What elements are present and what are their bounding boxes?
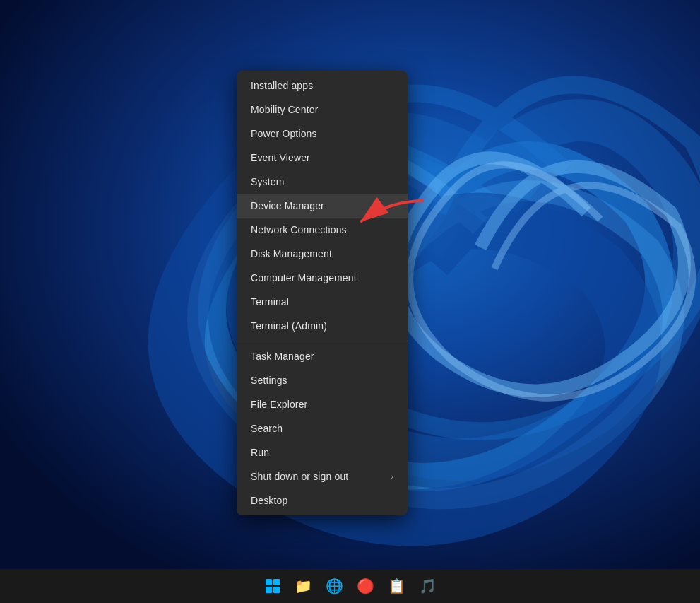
taskbar: 📁🌐🔴📋🎵: [0, 569, 700, 603]
menu-item-network-connections[interactable]: Network Connections: [237, 218, 408, 242]
menu-item-mobility-center[interactable]: Mobility Center: [237, 98, 408, 122]
menu-item-desktop[interactable]: Desktop: [237, 488, 408, 513]
menu-item-label-system: System: [251, 176, 285, 187]
menu-item-label-computer-management: Computer Management: [251, 272, 357, 283]
menu-item-label-shut-down: Shut down or sign out: [251, 471, 348, 482]
menu-item-label-disk-management: Disk Management: [251, 248, 332, 259]
chevron-right-icon: ›: [391, 473, 393, 481]
menu-item-label-settings: Settings: [251, 375, 287, 386]
folder-icon[interactable]: 📁: [291, 573, 316, 599]
menu-item-settings[interactable]: Settings: [237, 368, 408, 392]
menu-item-terminal[interactable]: Terminal: [237, 290, 408, 314]
menu-item-label-task-manager: Task Manager: [251, 351, 314, 362]
menu-item-event-viewer[interactable]: Event Viewer: [237, 146, 408, 170]
windows-logo-icon: [266, 579, 280, 593]
menu-item-label-mobility-center: Mobility Center: [251, 104, 318, 115]
menu-item-computer-management[interactable]: Computer Management: [237, 266, 408, 290]
spotify-icon[interactable]: 🎵: [415, 573, 441, 599]
menu-item-label-installed-apps: Installed apps: [251, 80, 313, 91]
menu-item-installed-apps[interactable]: Installed apps: [237, 74, 408, 98]
menu-item-run[interactable]: Run: [237, 440, 408, 464]
menu-item-shut-down[interactable]: Shut down or sign out›: [237, 464, 408, 488]
menu-item-label-desktop: Desktop: [251, 495, 287, 506]
menu-separator: [237, 341, 408, 341]
menu-item-label-terminal: Terminal: [251, 296, 289, 308]
menu-item-label-search: Search: [251, 423, 283, 434]
menu-item-label-terminal-admin: Terminal (Admin): [251, 320, 327, 332]
security-icon[interactable]: 🔴: [353, 573, 379, 599]
menu-item-power-options[interactable]: Power Options: [237, 122, 408, 146]
menu-item-label-event-viewer: Event Viewer: [251, 152, 310, 163]
menu-item-label-network-connections: Network Connections: [251, 224, 347, 235]
menu-item-search[interactable]: Search: [237, 416, 408, 440]
context-menu: Installed appsMobility CenterPower Optio…: [237, 71, 408, 515]
taskbar-icon-start[interactable]: [260, 573, 285, 599]
menu-item-terminal-admin[interactable]: Terminal (Admin): [237, 314, 408, 338]
chrome-icon[interactable]: 🌐: [322, 573, 348, 599]
menu-item-task-manager[interactable]: Task Manager: [237, 344, 408, 368]
menu-item-label-device-manager: Device Manager: [251, 200, 324, 211]
menu-item-label-file-explorer: File Explorer: [251, 399, 307, 410]
menu-item-disk-management[interactable]: Disk Management: [237, 242, 408, 266]
menu-item-system[interactable]: System: [237, 170, 408, 194]
menu-item-label-power-options: Power Options: [251, 128, 317, 139]
menu-item-label-run: Run: [251, 447, 269, 458]
menu-item-device-manager[interactable]: Device Manager: [237, 194, 408, 218]
menu-item-file-explorer[interactable]: File Explorer: [237, 392, 408, 416]
teams-icon[interactable]: 📋: [384, 573, 410, 599]
